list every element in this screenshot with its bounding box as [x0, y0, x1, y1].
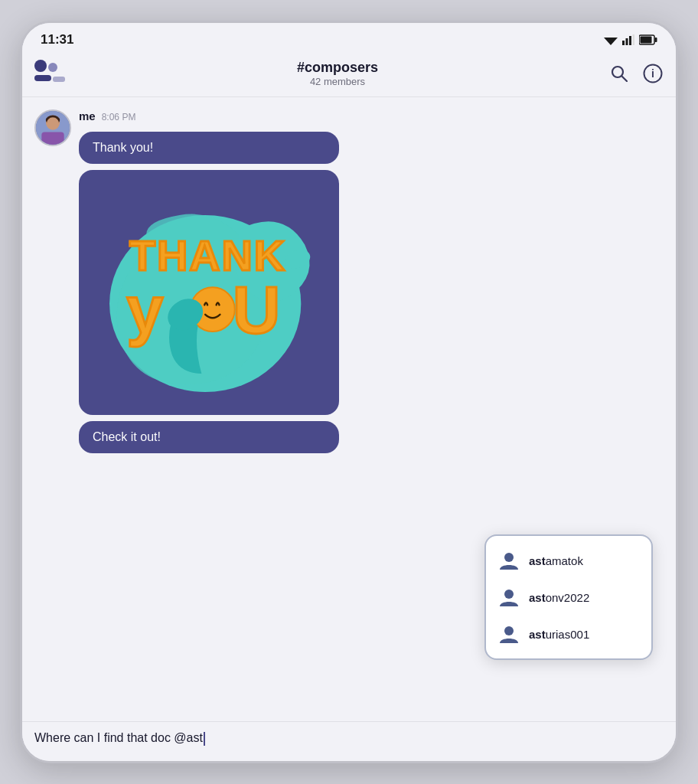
svg-point-24 [504, 553, 514, 562]
autocomplete-dropdown: astamatok astonv2022 a [484, 534, 653, 660]
signal-icon [622, 34, 634, 45]
search-icon [611, 65, 628, 82]
user-avatar-icon-1 [498, 550, 520, 571]
svg-rect-7 [641, 37, 652, 44]
input-cursor [204, 732, 205, 746]
group-icon [34, 60, 68, 87]
battery-icon [639, 34, 657, 45]
channel-header: #composers 42 members i [22, 54, 676, 97]
svg-marker-0 [604, 38, 618, 45]
autocomplete-item-2[interactable]: astonv2022 [486, 579, 651, 616]
svg-rect-1 [622, 41, 625, 45]
sender-line: me 8:06 PM [79, 109, 664, 122]
svg-text:i: i [651, 67, 654, 80]
messages-column: me 8:06 PM Thank you! [79, 109, 664, 453]
bubble-text-1: Thank you! [79, 132, 339, 164]
user-avatar-icon-2 [498, 586, 520, 608]
autocomplete-item-1[interactable]: astamatok [486, 542, 651, 579]
header-right: i [602, 63, 664, 84]
svg-point-16 [47, 117, 60, 130]
sticker-bubble: THANK y U [79, 170, 339, 415]
svg-point-26 [504, 626, 514, 635]
message-time: 8:06 PM [102, 112, 136, 122]
autocomplete-item-3[interactable]: asturias001 [486, 616, 651, 652]
svg-text:U: U [233, 273, 281, 347]
user-avatar-icon-3 [498, 623, 520, 645]
sender-name: me [79, 109, 96, 122]
status-time: 11:31 [41, 32, 73, 47]
svg-rect-2 [626, 38, 628, 45]
message-row: me 8:06 PM Thank you! [34, 109, 664, 453]
svg-rect-3 [629, 36, 631, 45]
wifi-icon [604, 34, 618, 45]
username-1: astamatok [529, 554, 583, 567]
info-icon: i [643, 64, 663, 83]
status-bar: 11:31 [22, 23, 676, 54]
chat-area: me 8:06 PM Thank you! [22, 97, 676, 721]
input-content: Where can I find that doc @ast [34, 731, 203, 744]
thank-you-sticker: THANK y U [91, 182, 327, 403]
svg-point-25 [504, 590, 514, 599]
info-button[interactable]: i [642, 63, 664, 84]
avatar [34, 109, 71, 146]
input-area: Where can I find that doc @ast [22, 721, 676, 761]
channel-name: #composers [73, 60, 602, 76]
username-2: astonv2022 [529, 591, 589, 604]
bubble-text-3: Check it out! [79, 421, 339, 453]
svg-line-9 [622, 77, 628, 82]
status-icons [604, 34, 657, 45]
input-text[interactable]: Where can I find that doc @ast [34, 731, 664, 746]
svg-text:y: y [126, 273, 163, 347]
svg-rect-4 [633, 34, 635, 45]
members-count: 42 members [73, 76, 602, 87]
search-button[interactable] [608, 63, 630, 84]
svg-rect-6 [655, 38, 657, 42]
svg-text:THANK: THANK [129, 231, 286, 279]
username-3: asturias001 [529, 628, 589, 641]
svg-rect-14 [41, 132, 64, 145]
phone-frame: 11:31 [20, 21, 678, 763]
header-left [34, 60, 73, 87]
header-center: #composers 42 members [73, 60, 602, 87]
